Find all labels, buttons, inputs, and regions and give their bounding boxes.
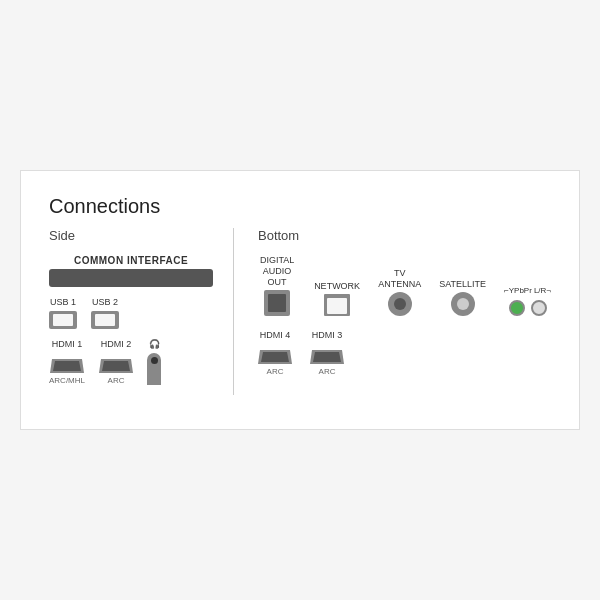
hdmi2-port-item: HDMI 2 ARC <box>99 339 133 385</box>
side-label: Side <box>49 228 213 243</box>
hdmi2-label: HDMI 2 <box>101 339 132 350</box>
ypbpr-bracket-label: ⌐YPbPr <box>504 286 532 296</box>
bottom-label: Bottom <box>258 228 551 243</box>
common-interface-bar <box>49 269 213 287</box>
hdmi-row-side: HDMI 1 ARC/MHL HDMI 2 ARC 🎧 <box>49 339 213 385</box>
page-title: Connections <box>49 195 551 218</box>
hdmi1-port <box>50 353 84 373</box>
headphone-port <box>147 353 161 385</box>
common-interface-group: COMMON INTERFACE <box>49 255 213 287</box>
network-label: NETWORK <box>314 281 360 292</box>
lr-bracket-label: L/R¬ <box>534 286 551 296</box>
side-section: Side COMMON INTERFACE USB 1 USB 2 <box>49 228 234 395</box>
hdmi2-port <box>99 353 133 373</box>
svg-marker-5 <box>261 352 289 362</box>
satellite-port-item: SATELLITE <box>439 279 486 317</box>
bottom-top-row: DIGITAL AUDIO OUT NETWORK TV ANTENNA SAT… <box>258 255 551 316</box>
hdmi3-sublabel: ARC <box>319 367 336 376</box>
hdmi2-sublabel: ARC <box>108 376 125 385</box>
hdmi4-label: HDMI 4 <box>260 330 291 341</box>
hdmi3-port <box>310 344 344 364</box>
hdmi1-port-item: HDMI 1 ARC/MHL <box>49 339 85 385</box>
usb2-label: USB 2 <box>92 297 118 308</box>
network-port-item: NETWORK <box>314 281 360 317</box>
hdmi1-sublabel: ARC/MHL <box>49 376 85 385</box>
usb1-port <box>49 311 77 329</box>
hdmi4-port <box>258 344 292 364</box>
digital-audio-port-item: DIGITAL AUDIO OUT <box>258 255 296 316</box>
hdmi3-port-item: HDMI 3 ARC <box>310 330 344 376</box>
headphone-label: 🎧 <box>149 339 160 350</box>
usb2-port <box>91 311 119 329</box>
svg-marker-1 <box>53 361 81 371</box>
usb1-port-item: USB 1 <box>49 297 77 329</box>
rj45-port <box>324 294 350 316</box>
connections-card: Connections Side COMMON INTERFACE USB 1 … <box>20 170 580 430</box>
hdmi4-sublabel: ARC <box>267 367 284 376</box>
lr-port <box>531 300 547 316</box>
satellite-label: SATELLITE <box>439 279 486 290</box>
hdmi3-label: HDMI 3 <box>312 330 343 341</box>
bottom-bottom-row: HDMI 4 ARC HDMI 3 ARC <box>258 330 551 376</box>
ypbpr-lr-group: ⌐YPbPr L/R¬ <box>504 286 551 317</box>
usb1-label: USB 1 <box>50 297 76 308</box>
svg-marker-7 <box>313 352 341 362</box>
digital-audio-label: DIGITAL AUDIO OUT <box>258 255 296 287</box>
antenna-port <box>388 292 412 316</box>
tv-antenna-label: TV ANTENNA <box>378 268 421 290</box>
hdmi4-port-item: HDMI 4 ARC <box>258 330 292 376</box>
headphone-port-item: 🎧 <box>147 339 161 385</box>
satellite-port <box>451 292 475 316</box>
common-interface-label: COMMON INTERFACE <box>49 255 213 266</box>
svg-marker-3 <box>102 361 130 371</box>
tv-antenna-port-item: TV ANTENNA <box>378 268 421 317</box>
usb2-port-item: USB 2 <box>91 297 119 329</box>
ypbpr-port <box>509 300 525 316</box>
optical-port <box>264 290 290 316</box>
bottom-section: Bottom DIGITAL AUDIO OUT NETWORK TV ANTE… <box>234 228 551 395</box>
hdmi1-label: HDMI 1 <box>52 339 83 350</box>
usb-row: USB 1 USB 2 <box>49 297 213 329</box>
